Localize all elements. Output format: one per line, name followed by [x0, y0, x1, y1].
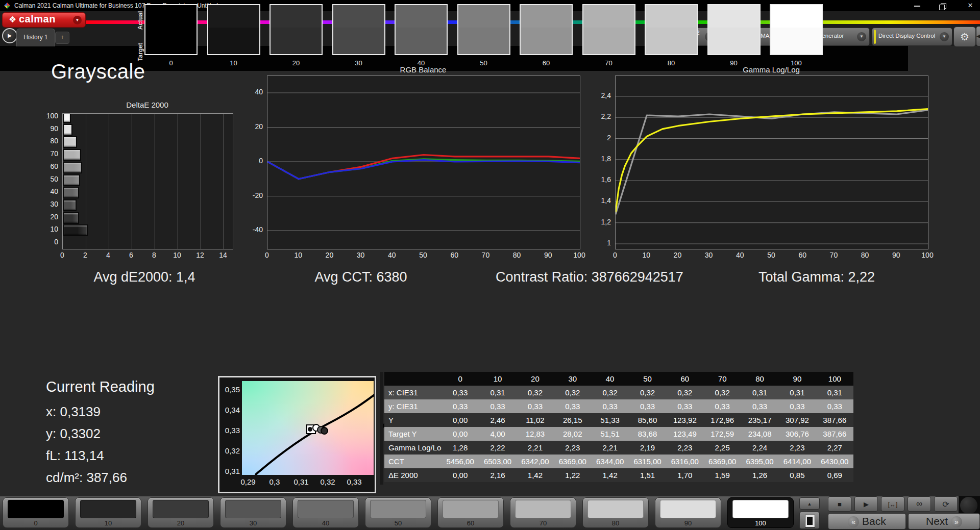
window-shade-button[interactable]: [799, 512, 820, 529]
deltae-bar-30: [63, 199, 77, 211]
refresh-icon: ⟳: [942, 500, 949, 509]
table-column-header: 60: [666, 372, 703, 386]
actual-patch: [333, 5, 384, 28]
table-cell: 85,60: [629, 413, 666, 427]
table-cell: 387,66: [816, 427, 853, 441]
measurement-table: 0102030405060708090100x: CIE310,330,310,…: [384, 372, 853, 482]
actual-patch: [583, 5, 634, 28]
gridline: [178, 114, 178, 249]
contrast-ratio-stat: Contrast Ratio: 387662942517: [496, 269, 683, 285]
pattern-button-70[interactable]: 70: [510, 497, 576, 528]
play-icon: ▶: [864, 500, 869, 508]
single-measure-button[interactable]: [↔]: [881, 496, 904, 512]
table-column-header: 50: [629, 372, 666, 386]
pattern-label: 100: [728, 519, 793, 527]
table-cell: 11,02: [517, 413, 554, 427]
session-play-button[interactable]: ▶: [2, 28, 17, 43]
pattern-button-40[interactable]: 40: [292, 497, 359, 528]
pattern-label: 70: [510, 519, 576, 527]
current-reading-title: Current Reading: [46, 378, 155, 395]
next-button[interactable]: Next »: [908, 513, 980, 529]
grayscale-swatch-80: [645, 4, 698, 55]
pattern-bar: 0102030405060708090100 ▲ ■ ▶ [↔] ∞ ⟳ « B…: [0, 496, 980, 530]
dim-circle-button[interactable]: [960, 497, 977, 514]
table-cell: 6369,00: [704, 455, 741, 468]
x-tick: 10: [639, 251, 654, 259]
table-cell: 0,31: [741, 386, 778, 399]
add-tab-button[interactable]: +: [55, 32, 69, 44]
table-cell: 234,08: [741, 427, 778, 441]
x-tick: 100: [572, 251, 587, 259]
pattern-button-50[interactable]: 50: [365, 497, 431, 528]
table-cell: 6344,00: [591, 455, 628, 468]
pattern-button-10[interactable]: 10: [75, 497, 141, 528]
range-icon: [↔]: [888, 501, 898, 508]
refresh-button[interactable]: ⟳: [934, 496, 958, 512]
pattern-button-100[interactable]: 100: [727, 497, 794, 528]
cie-y-tick: 0,35: [219, 385, 240, 394]
reading-x: x: 0,3139: [46, 404, 101, 420]
calman-menu-button[interactable]: ❖ calman ▼: [2, 12, 86, 28]
y-tick: 40: [242, 88, 263, 96]
pattern-button-0[interactable]: 0: [3, 497, 69, 528]
y-tick: -40: [242, 225, 263, 234]
table-cell: 0,33: [517, 399, 554, 413]
back-button[interactable]: « Back: [828, 513, 906, 529]
gridline: [201, 114, 201, 249]
stop-button[interactable]: ■: [828, 496, 851, 512]
table-cell: 1,42: [591, 468, 628, 482]
shade-icon: [805, 515, 815, 527]
bar-expand-button[interactable]: ▲: [799, 497, 820, 510]
deltae-y-axis: 0102030405060708090100: [40, 113, 60, 248]
chevron-down-icon[interactable]: ▼: [73, 16, 82, 24]
y-tick: 2: [591, 134, 611, 142]
pattern-label: 40: [293, 519, 358, 527]
pattern-button-60[interactable]: 60: [437, 497, 504, 528]
table-cell: 172,59: [704, 427, 741, 441]
table-cell: 2,24: [741, 441, 778, 455]
chevron-up-icon: ▲: [807, 501, 812, 507]
x-tick: 80: [509, 251, 525, 259]
pattern-button-30[interactable]: 30: [220, 497, 286, 528]
pattern-button-80[interactable]: 80: [582, 497, 649, 528]
close-button[interactable]: ✕: [963, 2, 978, 10]
restore-button[interactable]: [935, 2, 950, 10]
grayscale-swatch-10: [207, 4, 260, 55]
minimize-button[interactable]: [910, 2, 925, 10]
pattern-button-20[interactable]: 20: [148, 497, 214, 528]
x-tick: 0: [607, 251, 623, 259]
cie-y-tick: 0,31: [219, 467, 240, 475]
continuous-measure-button[interactable]: ∞: [908, 496, 931, 512]
deltae-bar-80: [63, 136, 77, 148]
y-tick: 1,4: [591, 196, 611, 205]
chevron-down-icon[interactable]: ▼: [940, 32, 949, 41]
table-cell: 1,26: [741, 468, 778, 482]
table-cell: 235,17: [741, 413, 778, 427]
table-cell: 0,33: [704, 399, 741, 413]
deltae-bar-90: [63, 124, 72, 136]
target-patch: [771, 28, 822, 54]
pattern-button-90[interactable]: 90: [655, 497, 721, 528]
grayscale-swatch-0: [144, 4, 198, 55]
pattern-label: 20: [148, 519, 213, 527]
pattern-swatch: [443, 500, 499, 518]
x-tick: 70: [826, 251, 841, 259]
measure-play-button[interactable]: ▶: [854, 496, 878, 512]
tab-history-1[interactable]: History 1: [16, 29, 55, 46]
chevron-down-icon[interactable]: ▼: [857, 32, 866, 41]
collapse-panel-button[interactable]: ◀: [976, 27, 980, 46]
y-tick: -20: [242, 191, 263, 199]
gamma-y-axis: 2,42,221,81,61,41,21: [591, 75, 613, 248]
table-cell: 2,23: [778, 441, 816, 455]
y-tick: 1: [591, 239, 611, 247]
gridline: [109, 114, 109, 249]
display-control-selector[interactable]: Direct Display Control ▼: [872, 28, 952, 46]
table-row-label: x: CIE31: [384, 386, 442, 399]
deltae-bar-20: [63, 212, 79, 224]
target-patch: [646, 28, 697, 54]
deltae-x-tick: 10: [169, 251, 185, 259]
x-tick: 50: [764, 251, 779, 259]
deltae-y-tick: 20: [41, 213, 58, 221]
gear-icon[interactable]: ⚙: [953, 27, 976, 47]
cie-x-tick: 0,33: [344, 477, 364, 486]
